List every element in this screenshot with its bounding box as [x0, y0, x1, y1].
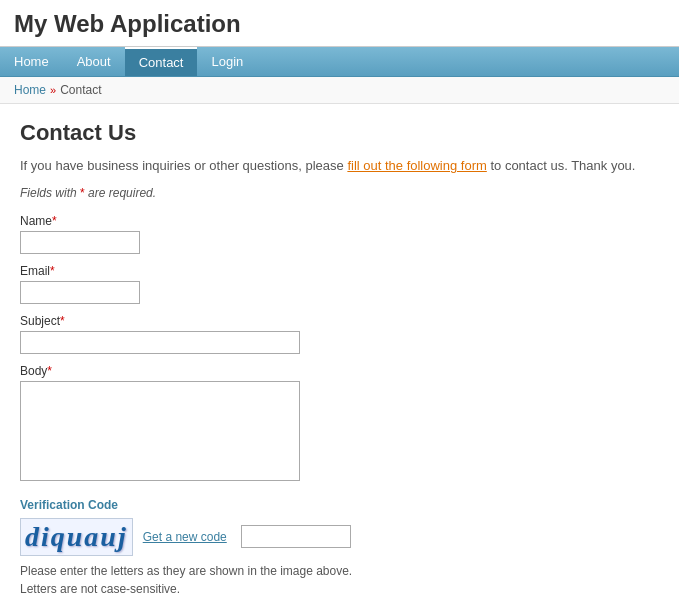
main-content: Contact Us If you have business inquirie…	[0, 104, 660, 595]
captcha-input[interactable]	[241, 525, 351, 548]
email-input[interactable]	[20, 281, 140, 304]
name-label: Name*	[20, 214, 640, 228]
verification-label: Verification Code	[20, 498, 640, 512]
contact-form: Name* Email* Subject* Body* Verification…	[20, 214, 640, 596]
captcha-row: diquauj Get a new code	[20, 518, 640, 556]
subject-label: Subject*	[20, 314, 640, 328]
intro-text: If you have business inquiries or other …	[20, 156, 640, 176]
nav-about[interactable]: About	[63, 47, 125, 76]
body-label: Body*	[20, 364, 640, 378]
intro-text-2: to contact us. Thank you.	[487, 158, 636, 173]
email-label: Email*	[20, 264, 640, 278]
subject-input[interactable]	[20, 331, 300, 354]
nav-home[interactable]: Home	[0, 47, 63, 76]
verification-section: Verification Code diquauj Get a new code…	[20, 498, 640, 596]
header: My Web Application	[0, 0, 679, 47]
breadcrumb-current: Contact	[60, 83, 101, 97]
body-group: Body*	[20, 364, 640, 484]
captcha-image: diquauj	[20, 518, 133, 556]
name-input[interactable]	[20, 231, 140, 254]
breadcrumb-home[interactable]: Home	[14, 83, 46, 97]
captcha-hint: Please enter the letters as they are sho…	[20, 562, 640, 596]
nav-login[interactable]: Login	[197, 47, 257, 76]
body-textarea[interactable]	[20, 381, 300, 481]
nav: Home About Contact Login	[0, 47, 679, 77]
app-title: My Web Application	[14, 10, 241, 37]
get-new-code-link[interactable]: Get a new code	[143, 530, 227, 544]
nav-contact[interactable]: Contact	[125, 47, 198, 76]
name-group: Name*	[20, 214, 640, 254]
intro-link[interactable]: fill out the following form	[347, 158, 486, 173]
breadcrumb-separator: »	[50, 84, 56, 96]
breadcrumb: Home»Contact	[0, 77, 679, 104]
required-note: Fields with * are required.	[20, 186, 640, 200]
subject-group: Subject*	[20, 314, 640, 354]
page-heading: Contact Us	[20, 120, 640, 146]
email-group: Email*	[20, 264, 640, 304]
intro-text-1: If you have business inquiries or other …	[20, 158, 347, 173]
